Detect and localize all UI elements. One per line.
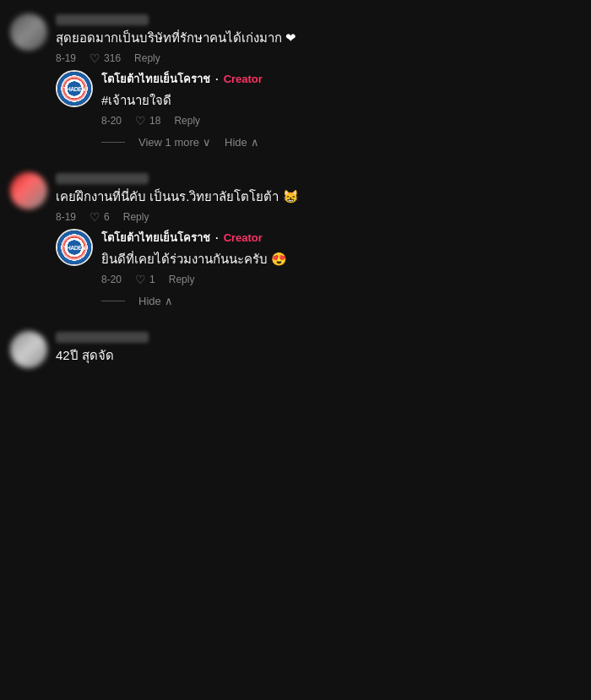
creator-name-2-1: โตโยต้าไทยเย็นโคราช <box>101 229 210 247</box>
divider-1 <box>101 142 125 143</box>
comment-date-2: 8-19 <box>56 211 76 223</box>
reply-button-2-1[interactable]: Reply <box>169 274 195 285</box>
reply-like-count-2-1: 1 <box>149 274 155 285</box>
comment-section: สุดยอดมากเป็นบริษัทที่รักษาคนได้เก่งมาก … <box>0 0 591 398</box>
creator-name-1-1: โตโยต้าไทยเย็นโคราช <box>101 70 210 88</box>
reply-row-1-1: THADEN โตโยต้าไทยเย็นโคราช · Creator #เจ… <box>56 70 581 128</box>
section-separator-1 <box>10 164 581 172</box>
reply-date-1-1: 8-20 <box>101 115 122 127</box>
avatar-3 <box>10 331 47 368</box>
comment-row-1: สุดยอดมากเป็นบริษัทที่รักษาคนได้เก่งมาก … <box>10 14 581 65</box>
creator-avatar-1-1: THADEN <box>56 70 93 107</box>
heart-icon-1[interactable]: ♡ <box>89 52 100 65</box>
hide-row-2: Hide ∧ <box>101 295 581 307</box>
hide-button-1[interactable]: Hide ∧ <box>225 136 259 149</box>
chevron-down-icon-1: ∨ <box>203 136 211 149</box>
reply-row-2-1: THADEN โตโยต้าไทยเย็นโคราช · Creator ยิน… <box>56 229 581 286</box>
divider-2 <box>101 301 125 301</box>
heart-icon-reply-2-1[interactable]: ♡ <box>135 273 146 286</box>
creator-logo-2-1: THADEN <box>57 231 91 264</box>
chevron-up-icon-1: ∧ <box>251 136 259 149</box>
comment-content-1: สุดยอดมากเป็นบริษัทที่รักษาคนได้เก่งมาก … <box>56 14 581 65</box>
username-3 <box>56 332 149 343</box>
view-more-row-1: View 1 more ∨ Hide ∧ <box>101 136 581 149</box>
like-group-1: ♡ 316 <box>89 52 121 65</box>
comment-block-1: สุดยอดมากเป็นบริษัทที่รักษาคนได้เก่งมาก … <box>10 14 581 149</box>
heart-icon-reply-1-1[interactable]: ♡ <box>135 114 146 128</box>
reply-meta-1-1: 8-20 ♡ 18 Reply <box>101 114 581 128</box>
comment-text-3: 42ปี สุดจัด <box>56 346 581 364</box>
creator-dot-1-1: · <box>215 73 219 85</box>
reply-like-group-2-1: ♡ 1 <box>135 273 155 286</box>
reply-like-count-1-1: 18 <box>149 115 160 127</box>
reply-content-1-1: โตโยต้าไทยเย็นโคราช · Creator #เจ้านายใจ… <box>101 70 581 128</box>
hide-button-2[interactable]: Hide ∧ <box>138 295 173 307</box>
creator-avatar-2-1: THADEN <box>56 229 93 266</box>
like-count-2: 6 <box>104 211 110 223</box>
heart-icon-2[interactable]: ♡ <box>89 210 100 224</box>
reply-button-2[interactable]: Reply <box>123 211 149 223</box>
comment-content-3: 42ปี สุดจัด <box>56 331 581 369</box>
section-separator-2 <box>10 323 581 331</box>
username-2 <box>56 173 149 184</box>
like-count-1: 316 <box>104 52 121 64</box>
creator-badge-2-1: Creator <box>224 231 263 244</box>
comment-block-3: 42ปี สุดจัด <box>10 331 581 369</box>
comment-row-3: 42ปี สุดจัด <box>10 331 581 369</box>
avatar-2 <box>10 172 47 209</box>
reply-button-1-1[interactable]: Reply <box>174 115 200 127</box>
creator-header-1-1: โตโยต้าไทยเย็นโคราช · Creator <box>101 70 581 88</box>
creator-badge-1-1: Creator <box>224 73 263 85</box>
reply-content-2-1: โตโยต้าไทยเย็นโคราช · Creator ยินดีที่เค… <box>101 229 581 286</box>
reply-like-group-1-1: ♡ 18 <box>135 114 160 128</box>
hide-label-1: Hide <box>225 136 247 149</box>
comment-block-2: เคยฝึกงานที่นี่คับ เป็นนร.วิทยาลัยโตโยต้… <box>10 172 581 307</box>
creator-logo-1-1: THADEN <box>57 72 91 106</box>
comment-text-1: สุดยอดมากเป็นบริษัทที่รักษาคนได้เก่งมาก … <box>56 29 581 46</box>
reply-block-2-1: THADEN โตโยต้าไทยเย็นโคราช · Creator ยิน… <box>56 229 581 307</box>
chevron-up-icon-2: ∧ <box>165 295 173 307</box>
avatar-1 <box>10 14 47 51</box>
view-more-button-1[interactable]: View 1 more ∨ <box>138 136 211 149</box>
comment-text-2: เคยฝึกงานที่นี่คับ เป็นนร.วิทยาลัยโตโยต้… <box>56 187 581 205</box>
reply-meta-2-1: 8-20 ♡ 1 Reply <box>101 273 581 286</box>
username-1 <box>56 14 149 25</box>
comment-date-1: 8-19 <box>56 52 76 64</box>
comment-content-2: เคยฝึกงานที่นี่คับ เป็นนร.วิทยาลัยโตโยต้… <box>56 172 581 224</box>
reply-text-2-1: ยินดีที่เคยได้ร่วมงานกันนะครับ 😍 <box>101 250 581 268</box>
comment-row-2: เคยฝึกงานที่นี่คับ เป็นนร.วิทยาลัยโตโยต้… <box>10 172 581 224</box>
view-more-label-1: View 1 more <box>138 136 199 149</box>
reply-date-2-1: 8-20 <box>101 274 122 285</box>
comment-meta-1: 8-19 ♡ 316 Reply <box>56 52 581 65</box>
hide-label-2: Hide <box>138 295 161 307</box>
creator-header-2-1: โตโยต้าไทยเย็นโคราช · Creator <box>101 229 581 247</box>
reply-button-1[interactable]: Reply <box>134 52 160 64</box>
creator-dot-2-1: · <box>215 231 219 244</box>
reply-text-1-1: #เจ้านายใจดี <box>101 91 581 109</box>
like-group-2: ♡ 6 <box>89 210 110 224</box>
comment-meta-2: 8-19 ♡ 6 Reply <box>56 210 581 224</box>
reply-block-1-1: THADEN โตโยต้าไทยเย็นโคราช · Creator #เจ… <box>56 70 581 149</box>
